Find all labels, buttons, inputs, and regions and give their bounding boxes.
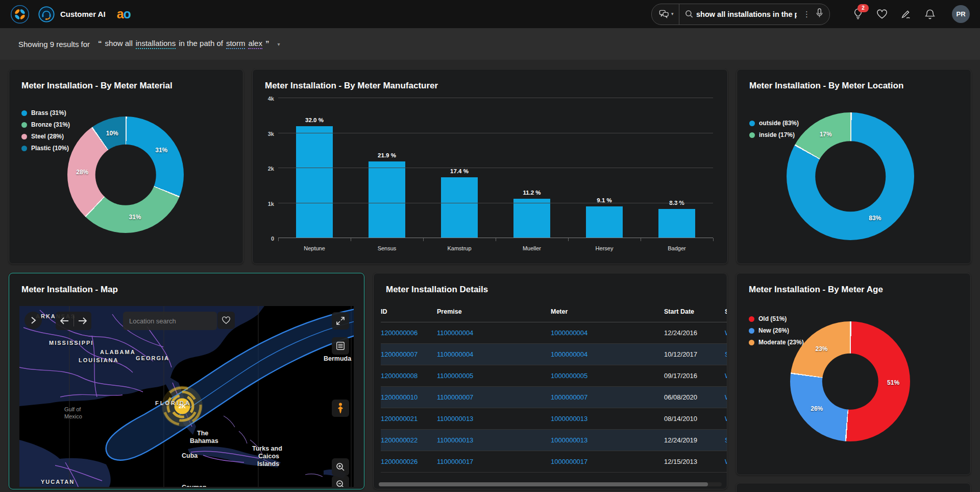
table-cell-link[interactable]: 1200000008 [381,372,418,380]
table-row[interactable]: 12000000061100000004100000000412/24/2016… [381,322,727,344]
map-label-bahamas: Bahamas [190,437,218,444]
support-agent-icon [38,6,55,23]
bar[interactable] [513,199,550,238]
table-cell-link[interactable]: 1200000007 [381,350,418,358]
ao-logo[interactable]: ao [117,7,131,21]
donut-chart-location[interactable]: 83%17% [787,112,914,240]
bar[interactable] [441,177,478,238]
table-cell-link[interactable]: 1200000010 [381,393,418,401]
table-cell-link[interactable]: 1100000004 [437,329,473,337]
donut-chart-age[interactable]: 51%26%23% [790,321,910,441]
table-cell-link[interactable]: 1100000005 [437,372,473,380]
donut-slice-label: 28% [76,169,88,176]
table-cell-value: 12/15/2013 [664,458,697,465]
bar[interactable] [369,161,405,238]
annotate-button[interactable] [899,8,913,21]
legend-item[interactable]: Old (51%) [749,315,804,322]
map-fullscreen-button[interactable] [332,312,349,330]
cluster-marker-count[interactable]: 2K [179,403,186,409]
query-quote[interactable]: “ show all installations in the path of … [98,39,269,49]
table-row[interactable]: 12000000261100000017100000001712/15/2013… [381,451,727,473]
map-zoom-in-button[interactable] [332,458,349,476]
bar-slot: 21.9 % [351,98,423,238]
table-cell-link[interactable]: W [725,372,727,380]
table-cell-link[interactable]: 1000000004 [551,350,587,358]
scrollbar-thumb[interactable] [379,482,708,486]
table-cell-link[interactable]: 1200000026 [381,458,418,465]
table-header-cell: S [725,303,727,322]
table-cell-link[interactable]: 1000000013 [551,436,587,444]
table-cell-link[interactable]: 1000000007 [551,393,587,401]
bar[interactable] [658,209,695,238]
map-zoom-out-button[interactable] [332,476,349,487]
table-cell-link[interactable]: 1200000021 [381,415,418,423]
table-row[interactable]: 12000000221100000013100000001312/24/2019… [381,430,727,451]
legend-swatch [749,121,755,126]
table-cell-link[interactable]: 1100000013 [437,436,473,444]
table-cell-link[interactable]: 1000000004 [551,329,587,337]
map-label-mississippi: MISSISSIPPI [49,340,93,346]
map-favorite-button[interactable] [217,312,235,329]
donut-hole [815,141,886,212]
table-row[interactable]: 12000000101100000007100000000706/08/2020… [381,387,727,408]
table-cell-link[interactable]: W [725,393,727,401]
map-back-button[interactable] [56,312,74,330]
x-axis-tick [568,238,569,241]
caret-down-icon: ▾ [671,12,674,16]
notifications-button[interactable] [923,8,937,21]
search-input[interactable] [693,10,800,18]
legend-item[interactable]: Brass (31%) [21,109,70,116]
table-cell-link[interactable]: 1100000013 [437,415,473,423]
search-mode-selector[interactable]: ▾ [652,4,679,25]
query-token-entity[interactable]: alex [248,39,262,49]
table-cell-link[interactable]: S [725,350,727,358]
gridline [278,168,713,168]
insights-button[interactable]: 2 [851,8,865,21]
brand[interactable]: Customer AI [38,6,106,23]
map-location-search-input[interactable] [123,312,217,330]
bar[interactable] [296,126,333,238]
table-cell-link[interactable]: W [725,329,727,337]
table-row[interactable]: 12000000081100000005100000000509/17/2016… [381,365,727,387]
map-panel-expand-button[interactable] [24,312,42,329]
favorites-button[interactable] [875,8,889,21]
map-streetview-pegman-button[interactable] [332,400,349,417]
table-cell-link[interactable]: 1100000004 [437,350,473,358]
donut-chart-material[interactable]: 31%31%28%10% [67,116,184,233]
query-token-entity[interactable]: storm [226,39,246,49]
zoom-in-icon [336,462,345,472]
table-row[interactable]: 12000000211100000013100000001308/14/2010… [381,408,727,430]
table-cell-link[interactable]: W [725,458,727,465]
legend-item[interactable]: Steel (28%) [21,133,70,140]
table-cell-link[interactable]: 1000000017 [551,458,587,465]
legend-item[interactable]: New (26%) [749,327,804,334]
table-cell-link[interactable]: 1200000006 [381,329,418,337]
legend-item[interactable]: Plastic (10%) [21,145,70,152]
legend-item[interactable]: outside (83%) [749,120,799,127]
table-cell-link[interactable]: 1200000022 [381,436,418,444]
map-forward-button[interactable] [74,312,92,330]
user-avatar[interactable]: PR [952,5,970,23]
legend-item[interactable]: Bronze (31%) [21,121,70,128]
bar[interactable] [586,206,623,238]
legend-item[interactable]: inside (17%) [749,131,799,138]
map-legend-button[interactable] [332,337,349,355]
table-cell-link[interactable]: W [725,415,727,423]
map-canvas[interactable]: ARKANSAS MISSISSIPPI LOUISIANA ALABAMA G… [19,306,354,487]
table-cell-link[interactable]: 1000000005 [551,372,587,380]
query-expand-caret[interactable]: ▾ [277,41,280,47]
close-quote: ” [265,39,270,48]
search-options-kebab-icon[interactable]: ⋮ [800,10,814,18]
table-cell-link[interactable]: 1100000007 [437,393,473,401]
table-row[interactable]: 12000000071100000004100000000410/12/2017… [381,344,727,365]
voice-search-button[interactable] [814,8,829,20]
query-token-entity[interactable]: installations [136,39,176,49]
legend-item[interactable]: Moderate (23%) [749,339,804,346]
table-cell-link[interactable]: 1000000013 [551,415,587,423]
table-cell-link[interactable]: S [725,436,727,444]
dashboard-row-2: Meter Installation - Map [0,273,980,492]
map-label-turks-and: Turks and [252,445,282,452]
table-header-row: IDPremiseMeterStart DateS [381,303,727,322]
app-menu-button[interactable] [10,5,30,24]
table-cell-link[interactable]: 1100000017 [437,458,473,465]
